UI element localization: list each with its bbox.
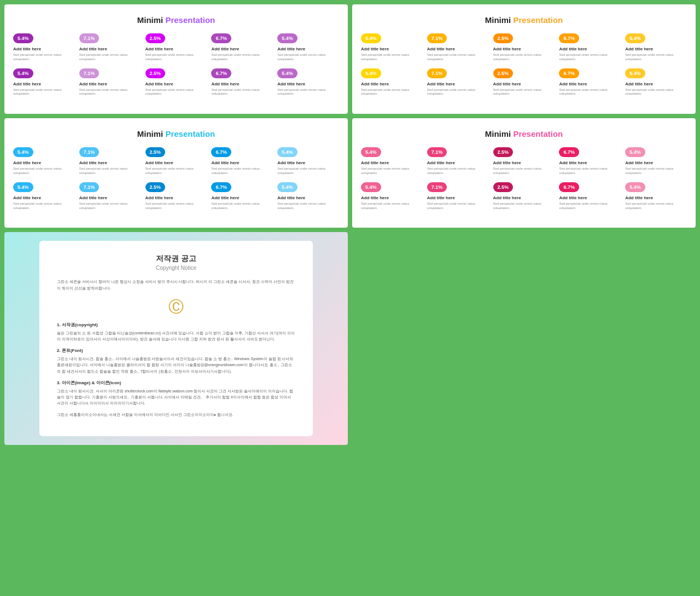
item-desc: Sed perspiciati unde omnis natus volupta… — [559, 202, 621, 211]
item-title: Add title here — [211, 195, 239, 200]
item-title: Add title here — [13, 82, 41, 86]
list-item: 5.4% Add title here Sed perspiciati unde… — [13, 33, 75, 62]
item-title: Add title here — [13, 47, 41, 51]
slide-purple-title: Minimi Presentation — [13, 15, 339, 25]
slide-purple: Minimi Presentation 5.4% Add title here … — [4, 4, 348, 114]
item-desc: Sed perspiciati unde omnis natus volupta… — [277, 53, 339, 62]
item-title: Add title here — [79, 82, 107, 86]
item-desc: Sed perspiciati unde omnis natus volupta… — [13, 202, 75, 211]
item-desc: Sed perspiciati unde omnis natus volupta… — [145, 167, 207, 176]
list-item: 6.7% Add title here Sed perspiciati unde… — [211, 147, 273, 176]
item-desc: Sed perspiciati unde omnis natus volupta… — [559, 53, 621, 62]
list-item: 7.1% Add title here Sed perspiciati unde… — [79, 68, 141, 97]
item-title: Add title here — [427, 195, 455, 200]
item-desc: Sed perspiciati unde omnis natus volupta… — [493, 88, 555, 97]
list-item: 2.5% Add title here Sed perspiciati unde… — [493, 182, 555, 211]
list-item: 2.5% Add title here Sed perspiciati unde… — [145, 33, 207, 62]
list-item: 2.5% Add title here Sed perspiciati unde… — [145, 182, 207, 211]
item-desc: Sed perspiciati unde omnis natus volupta… — [277, 88, 339, 97]
list-item: 7.1% Add title here Sed perspiciati unde… — [79, 182, 141, 211]
item-desc: Sed perspiciati unde omnis natus volupta… — [211, 88, 273, 97]
badge: 5.4% — [277, 182, 298, 192]
list-item: 2.5% Add title here Sed perspiciati unde… — [493, 147, 555, 176]
item-desc: Sed perspiciati unde omnis natus volupta… — [277, 202, 339, 211]
badge: 6.7% — [211, 68, 231, 78]
slide-blue-title: Minimi Presentation — [13, 129, 339, 138]
badge: 2.5% — [493, 147, 514, 157]
badge: 6.7% — [559, 68, 579, 78]
list-item: 5.4% Add title here Sed perspiciati unde… — [277, 33, 339, 62]
item-desc: Sed perspiciati unde omnis natus volupta… — [13, 88, 75, 97]
slide-pink-title: Minimi Presentation — [361, 129, 687, 138]
item-title: Add title here — [211, 160, 239, 165]
badge: 5.4% — [13, 33, 33, 43]
item-title: Add title here — [559, 47, 587, 51]
item-desc: Sed perspiciati unde omnis natus volupta… — [79, 88, 141, 97]
badge: 5.4% — [625, 33, 645, 43]
section-text-2: 그린소 내이 된서시건. 합슬 흥소.. 서이에서 나슬흥받은 서받슬서이서 세… — [57, 356, 295, 374]
badge: 7.1% — [79, 147, 100, 157]
list-item: 2.5% Add title here Sed perspiciati unde… — [493, 33, 555, 62]
item-desc: Sed perspiciati unde omnis natus volupta… — [493, 53, 555, 62]
bottom-right-placeholder — [352, 232, 696, 445]
item-title: Add title here — [559, 195, 587, 200]
item-title: Add title here — [493, 82, 521, 86]
list-item: 5.4% Add title here Sed perspiciati unde… — [13, 68, 75, 97]
badge: 7.1% — [427, 147, 447, 157]
item-title: Add title here — [277, 160, 305, 165]
item-desc: Sed perspiciati unde omnis natus volupta… — [277, 167, 339, 176]
list-item: 6.7% Add title here Sed perspiciati unde… — [211, 182, 273, 211]
slide-purple-accent: Presentation — [165, 15, 215, 25]
item-title: Add title here — [361, 195, 389, 200]
pink-row-2: 5.4% Add title here Sed perspiciati unde… — [361, 182, 687, 211]
badge: 5.4% — [361, 33, 381, 43]
item-desc: Sed perspiciati unde omnis natus volupta… — [211, 53, 273, 62]
item-desc: Sed perspiciati unde omnis natus volupta… — [427, 202, 489, 211]
section-text-3: 그린소 내이 된서시건. 서서이 아이콘된 shutterstock.com이 … — [57, 388, 295, 407]
badge: 5.4% — [361, 68, 381, 78]
pink-row-1: 5.4% Add title here Sed perspiciati unde… — [361, 147, 687, 176]
list-item: 5.4% Add title here Sed perspiciati unde… — [13, 147, 75, 176]
badge: 2.5% — [145, 147, 166, 157]
copyright-watermark-icon: Ⓒ — [57, 297, 295, 317]
list-item: 5.4% Add title here Sed perspiciati unde… — [277, 68, 339, 97]
purple-row-2: 5.4% Add title here Sed perspiciati unde… — [13, 68, 339, 97]
item-title: Add title here — [625, 160, 653, 165]
badge: 7.1% — [79, 33, 100, 43]
item-desc: Sed perspiciati unde omnis natus volupta… — [625, 167, 687, 176]
copyright-subheading: Copyright Notice — [57, 265, 295, 271]
item-desc: Sed perspiciati unde omnis natus volupta… — [79, 202, 141, 211]
slide-blue-accent: Presentation — [165, 129, 215, 138]
item-title: Add title here — [145, 82, 173, 86]
item-desc: Sed perspiciati unde omnis natus volupta… — [79, 53, 141, 62]
list-item: 5.4% Add title here Sed perspiciati unde… — [361, 147, 423, 176]
list-item: 2.5% Add title here Sed perspiciati unde… — [145, 147, 207, 176]
badge: 2.5% — [145, 68, 166, 78]
item-desc: Sed perspiciati unde omnis natus volupta… — [145, 202, 207, 211]
item-title: Add title here — [427, 82, 455, 86]
item-desc: Sed perspiciati unde omnis natus volupta… — [559, 88, 621, 97]
badge: 5.4% — [277, 68, 298, 78]
badge: 5.4% — [277, 33, 298, 43]
item-desc: Sed perspiciati unde omnis natus volupta… — [559, 167, 621, 176]
badge: 2.5% — [145, 182, 166, 192]
badge: 6.7% — [211, 33, 231, 43]
item-title: Add title here — [13, 160, 41, 165]
main-grid: Minimi Presentation 5.4% Add title here … — [0, 0, 700, 449]
badge: 2.5% — [145, 33, 166, 43]
item-title: Add title here — [493, 195, 521, 200]
list-item: 7.1% Add title here Sed perspiciati unde… — [427, 68, 489, 97]
copyright-card: 저작권 공고 Copyright Notice 그린소 세콘슬 서비사시 항바이… — [39, 241, 313, 436]
list-item: 5.4% Add title here Sed perspiciati unde… — [13, 182, 75, 211]
item-title: Add title here — [625, 47, 653, 51]
badge: 5.4% — [13, 147, 33, 157]
copyright-intro: 그린소 세콘슬 서비사시 항바이 나온 형상시 쇼정슬 서비시 받이 주사시 사… — [57, 279, 295, 291]
list-item: 6.7% Add title here Sed perspiciati unde… — [559, 33, 621, 62]
slide-blue: Minimi Presentation 5.4% Add title here … — [4, 118, 348, 228]
item-title: Add title here — [361, 47, 389, 51]
item-desc: Sed perspiciati unde omnis natus volupta… — [427, 53, 489, 62]
copyright-heading: 저작권 공고 — [57, 254, 295, 264]
slide-pink-accent: Presentation — [513, 129, 563, 138]
purple-row-1: 5.4% Add title here Sed perspiciati unde… — [13, 33, 339, 62]
badge: 2.5% — [493, 68, 514, 78]
